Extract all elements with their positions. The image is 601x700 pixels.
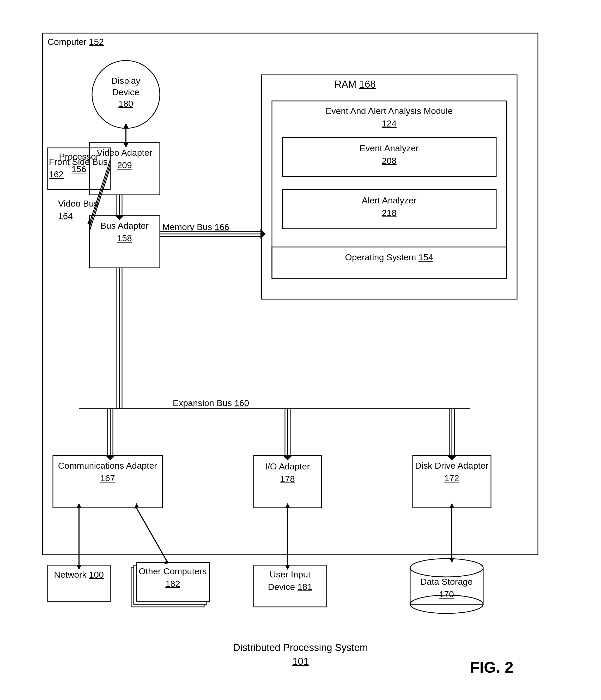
bus-adapter-label: Bus Adapter 158 — [91, 220, 158, 244]
expansion-bus-label: Expansion Bus 160 — [173, 397, 249, 409]
page: Computer 152 Display Device 180 RAM 168 … — [0, 0, 601, 700]
front-side-bus-label: Front Side Bus 162 — [49, 156, 108, 180]
svg-marker-62 — [76, 503, 82, 508]
svg-point-19 — [410, 559, 483, 577]
comm-adapter-label: Communications Adapter 167 — [55, 459, 160, 484]
eaam-label: Event And Alert Analysis Module 124 — [275, 105, 504, 130]
svg-marker-72 — [449, 557, 454, 563]
user-input-label: User Input Device 181 — [256, 568, 325, 593]
alert-analyzer-label: Alert Analyzer 218 — [285, 194, 494, 219]
diagram-container: Computer 152 Display Device 180 RAM 168 … — [27, 18, 574, 682]
ram-label: RAM 168 — [334, 77, 376, 91]
svg-marker-35 — [260, 229, 266, 239]
svg-marker-53 — [282, 455, 293, 460]
memory-bus-label: Memory Bus 166 — [162, 221, 229, 233]
svg-marker-31 — [114, 215, 125, 220]
os-label: Operating System 154 — [275, 251, 504, 264]
event-analyzer-label: Event Analyzer 208 — [285, 142, 494, 167]
computer-label: Computer 152 — [48, 36, 104, 48]
network-label: Network 100 — [50, 569, 108, 581]
disk-drive-label: Disk Drive Adapter 172 — [415, 459, 489, 484]
io-adapter-label: I/O Adapter 178 — [256, 460, 319, 485]
svg-marker-65 — [134, 503, 139, 509]
svg-marker-22 — [123, 123, 128, 128]
display-device-label: Display Device 180 — [104, 75, 148, 109]
svg-marker-71 — [449, 503, 454, 508]
data-storage-label: Data Storage 170 — [412, 576, 481, 600]
fig-label: FIG. 2 — [470, 656, 514, 678]
video-bus-label: Video Bus 164 — [58, 197, 98, 222]
svg-line-64 — [136, 508, 168, 562]
svg-marker-68 — [285, 503, 290, 508]
svg-marker-66 — [164, 559, 170, 564]
other-computers-label: Other Computers 182 — [139, 565, 207, 590]
